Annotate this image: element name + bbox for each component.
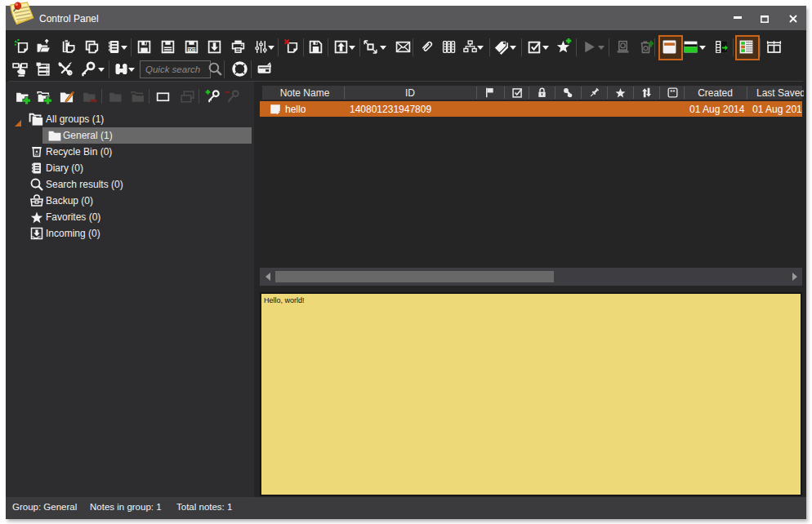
svg-text:TXT: TXT	[188, 48, 195, 52]
svg-text:**: **	[670, 88, 676, 95]
